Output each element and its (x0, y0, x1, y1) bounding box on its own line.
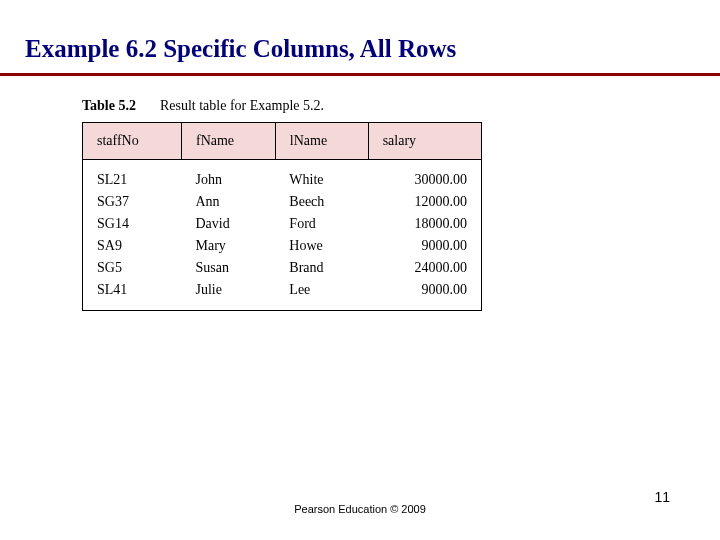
header-staffno: staffNo (83, 123, 182, 160)
page-number: 11 (654, 489, 670, 505)
cell-staffno: SL21 (83, 160, 182, 192)
cell-staffno: SG14 (83, 213, 182, 235)
cell-staffno: SL41 (83, 279, 182, 311)
table-row: SL21 John White 30000.00 (83, 160, 482, 192)
cell-lname: Brand (275, 257, 368, 279)
cell-salary: 9000.00 (368, 235, 481, 257)
cell-lname: White (275, 160, 368, 192)
cell-salary: 12000.00 (368, 191, 481, 213)
header-lname: lName (275, 123, 368, 160)
table-row: SG37 Ann Beech 12000.00 (83, 191, 482, 213)
header-salary: salary (368, 123, 481, 160)
result-table: staffNo fName lName salary SL21 John Whi… (82, 122, 482, 311)
cell-lname: Ford (275, 213, 368, 235)
cell-fname: John (181, 160, 275, 192)
cell-fname: Ann (181, 191, 275, 213)
table-row: SG14 David Ford 18000.00 (83, 213, 482, 235)
cell-fname: Susan (181, 257, 275, 279)
cell-fname: Mary (181, 235, 275, 257)
slide-title: Example 6.2 Specific Columns, All Rows (0, 0, 720, 76)
table-caption-desc: Result table for Example 5.2. (160, 98, 324, 113)
cell-salary: 18000.00 (368, 213, 481, 235)
header-fname: fName (181, 123, 275, 160)
cell-fname: Julie (181, 279, 275, 311)
table-row: SA9 Mary Howe 9000.00 (83, 235, 482, 257)
cell-salary: 24000.00 (368, 257, 481, 279)
table-caption: Table 5.2 Result table for Example 5.2. (82, 96, 482, 114)
footer-text: Pearson Education © 2009 (294, 503, 426, 515)
cell-lname: Howe (275, 235, 368, 257)
cell-staffno: SG37 (83, 191, 182, 213)
cell-staffno: SA9 (83, 235, 182, 257)
table-row: SG5 Susan Brand 24000.00 (83, 257, 482, 279)
table-row: SL41 Julie Lee 9000.00 (83, 279, 482, 311)
cell-salary: 30000.00 (368, 160, 481, 192)
cell-lname: Beech (275, 191, 368, 213)
cell-salary: 9000.00 (368, 279, 481, 311)
cell-lname: Lee (275, 279, 368, 311)
table-caption-label: Table 5.2 (82, 98, 136, 113)
cell-staffno: SG5 (83, 257, 182, 279)
cell-fname: David (181, 213, 275, 235)
table-container: Table 5.2 Result table for Example 5.2. … (82, 96, 482, 311)
